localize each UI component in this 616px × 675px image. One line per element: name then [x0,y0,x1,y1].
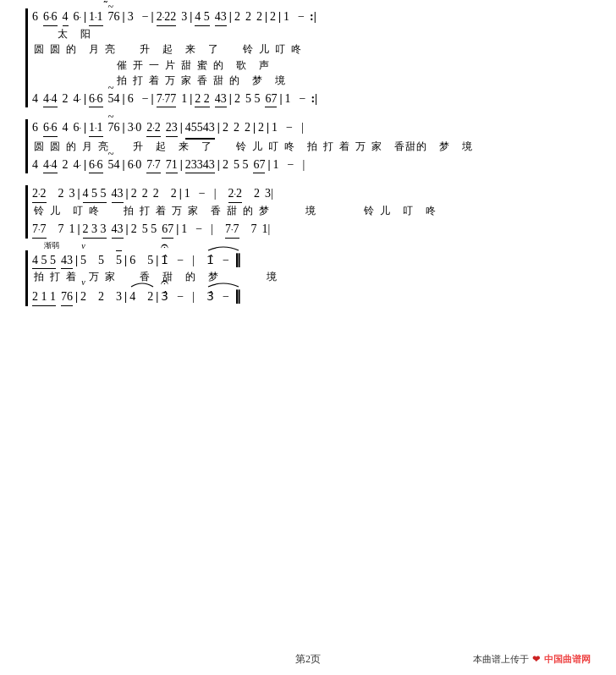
note-group: 2 3 3 [83,221,107,239]
note-group: 2·2 [32,185,47,203]
note: 2 [223,156,228,173]
barline: | [253,119,256,136]
note-group: 7·77 [157,91,177,108]
barline: | [265,8,267,25]
barline: | [124,288,127,305]
music-line-2-1: 6 6·6 4 6· | 1·1 ~76 | 3· 0 [32,119,591,139]
note: − [287,156,294,173]
lyric: 儿 [380,204,391,218]
note: 5 5 [234,156,249,173]
note: 45543 [185,119,215,136]
barline: | [214,185,217,202]
note: 3 [128,8,134,25]
music-line-3-2: 7·7 7 1 | 2 3 3 43 | 2 5 5 [32,221,591,239]
note-fermata-2: 𝄐 3̂ [161,288,168,305]
lyrics-line-1-main: 圆 圆 的 月 亮 升 起 来 了 铃 儿 叮 咚 [32,42,591,58]
note: 1 [272,119,278,136]
note: 4 [74,91,80,107]
note-group: 67 [253,156,265,174]
lyric: 打 [133,74,144,88]
note: 2 [41,185,47,202]
note: 1 [97,8,103,25]
barline: | [84,8,86,25]
note-tilde: ~54 [108,91,120,107]
lyric: 打 [323,140,334,154]
note-group: 43 [215,8,227,26]
note: 4 [43,91,49,107]
slur-curve [206,244,240,252]
note: 5 [116,252,122,269]
barline: | [84,119,86,136]
lyric: 境 [462,140,473,154]
note: − [142,91,149,107]
lyric: 铃 [364,204,375,218]
note: 67 [265,91,277,107]
note-group: 23 [166,119,178,137]
barline: | [156,288,158,305]
note: 2 [63,91,69,107]
section-2: 6 6·6 4 6· | 1·1 ~76 | 3· 0 [25,119,591,173]
lyric: 圆 [50,140,61,154]
note: 0 [135,156,141,173]
music-line-2-2: 4 4·4 2 4· | 6·6 ~54 | 6· 0 [32,156,591,174]
note-group: 4 5 5 [83,185,107,203]
watermark-text: 本曲谱上传于 ❤ 中国曲谱网 [402,653,591,666]
note: 43 [215,91,227,107]
note: 1̂ [206,252,214,269]
note-group: 43 [112,221,124,239]
note: 2 [63,156,69,173]
note: 5 5 [245,91,261,107]
note-overline: 5 [116,252,122,269]
lyric: 香 [211,204,222,218]
barline: | [123,91,125,107]
lyric: 境 [267,270,278,284]
note: 1 [284,91,290,107]
note: 2 [131,185,137,202]
note: 2 [146,119,152,136]
note-group: 7·7 [225,221,239,239]
barline: | [84,91,86,107]
barline: | [192,252,195,269]
lyric: 来 [179,140,190,154]
lyric: 着 [149,74,160,88]
note: 1 [181,221,187,238]
note: 1 [69,221,75,238]
note: 6 [43,119,49,136]
note: 7 [225,221,231,238]
note: 7 [234,221,239,238]
note: − [223,288,229,305]
lyric: 升 [140,42,151,57]
note: 6 [74,119,80,136]
barline: | [180,156,183,173]
note: 1 [89,8,95,25]
lyric: 太 [58,27,69,41]
lyric: 叮 [73,204,84,218]
lyric: 的 [185,270,196,284]
barline: | [271,185,273,202]
lyric: 片 [165,58,176,73]
note: 2 [98,288,104,305]
note: 5 [80,252,86,269]
note: − [177,288,184,305]
dim-marking: 渐弱 [44,240,59,251]
barline: | [75,288,78,305]
note: 4 [52,156,58,173]
note: − [223,252,229,269]
lyric: 歌 [236,58,247,73]
lyric: 的 [66,42,77,57]
note: − [142,8,149,25]
lyric: 催 [117,58,128,73]
note: 6 [52,8,58,25]
repeat-barline: :| [311,91,317,107]
note: 23 [166,119,178,136]
lyric: 圆 [34,140,45,154]
lyric: 月 [89,42,100,57]
note: 2 [171,185,177,202]
barline: | [301,119,304,136]
note: 6 [128,91,134,107]
lyric: 梦 [259,204,270,218]
note-group: 23343 [185,156,215,174]
note: 1 [89,119,95,136]
lyric: 梦 [252,74,263,88]
lyric: 家 [105,270,116,284]
